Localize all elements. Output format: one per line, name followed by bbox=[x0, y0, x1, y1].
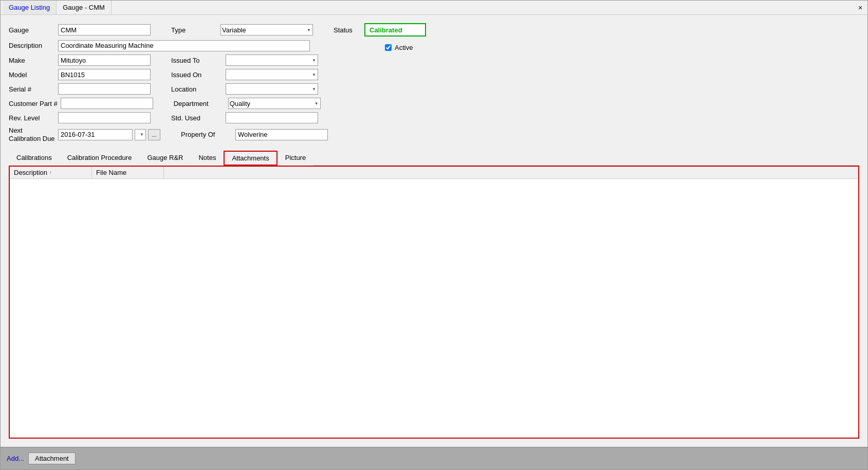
rev-level-input[interactable] bbox=[58, 112, 151, 123]
active-row: Active bbox=[385, 40, 413, 51]
close-button[interactable]: × bbox=[855, 3, 865, 13]
serial-input[interactable] bbox=[58, 83, 151, 95]
customer-part-input[interactable] bbox=[61, 98, 153, 109]
tab-gauge-rr[interactable]: Gauge R&R bbox=[139, 151, 191, 166]
type-label: Type bbox=[171, 26, 217, 34]
status-value: Calibrated bbox=[364, 23, 426, 37]
model-input[interactable] bbox=[58, 69, 151, 80]
description-input[interactable] bbox=[58, 40, 310, 51]
active-checkbox-label[interactable]: Active bbox=[385, 44, 413, 51]
tab-content-attachments: Description ↑ File Name bbox=[9, 166, 859, 439]
attachment-button[interactable]: Attachment bbox=[28, 453, 76, 464]
next-cal-input[interactable] bbox=[58, 129, 133, 140]
active-label: Active bbox=[395, 44, 413, 51]
date-select-wrapper bbox=[135, 129, 146, 140]
serial-field-row: Serial # bbox=[9, 83, 151, 95]
serial-label: Serial # bbox=[9, 85, 55, 93]
active-checkbox[interactable] bbox=[385, 44, 392, 51]
col-header-filename: File Name bbox=[92, 167, 164, 178]
table-header: Description ↑ File Name bbox=[10, 167, 858, 179]
col-header-description: Description ↑ bbox=[10, 167, 92, 178]
gauge-field-row: Gauge bbox=[9, 24, 151, 35]
rev-level-label: Rev. Level bbox=[9, 114, 55, 122]
issued-to-select[interactable] bbox=[226, 55, 318, 66]
status-field-row: Status Calibrated bbox=[334, 23, 426, 37]
tab-attachments[interactable]: Attachments bbox=[224, 151, 277, 166]
model-field-row: Model bbox=[9, 69, 151, 80]
issued-on-select[interactable] bbox=[226, 69, 318, 80]
customer-part-field-row: Customer Part # bbox=[9, 98, 153, 109]
department-select[interactable]: Quality Engineering Production bbox=[228, 98, 321, 109]
customer-part-label: Customer Part # bbox=[9, 100, 58, 107]
department-select-wrapper: Quality Engineering Production bbox=[228, 98, 321, 109]
make-label: Make bbox=[9, 57, 55, 64]
title-bar: Gauge Listing Gauge - CMM × bbox=[1, 1, 867, 15]
issued-to-label: Issued To bbox=[171, 57, 223, 64]
date-row: ... bbox=[58, 129, 160, 140]
rev-level-field-row: Rev. Level bbox=[9, 112, 151, 123]
sort-icon-description: ↑ bbox=[49, 170, 52, 175]
browse-button[interactable]: ... bbox=[148, 129, 160, 140]
issued-to-select-wrapper bbox=[226, 55, 318, 66]
description-label: Description bbox=[9, 42, 55, 49]
tab-calibration-procedure[interactable]: Calibration Procedure bbox=[60, 151, 140, 166]
tab-bar: Calibrations Calibration Procedure Gauge… bbox=[9, 151, 859, 166]
property-of-label: Property Of bbox=[181, 131, 232, 138]
description-field-row: Description Active bbox=[9, 40, 859, 51]
model-label: Model bbox=[9, 71, 55, 79]
std-used-input[interactable] bbox=[226, 112, 318, 123]
std-used-field-row: Std. Used bbox=[171, 112, 318, 123]
date-dropdown[interactable] bbox=[135, 129, 146, 140]
issued-on-field-row: Issued On bbox=[171, 69, 318, 80]
std-used-label: Std. Used bbox=[171, 114, 223, 122]
issued-to-field-row: Issued To bbox=[171, 55, 318, 66]
gauge-input[interactable] bbox=[58, 24, 151, 35]
add-link[interactable]: Add... bbox=[7, 455, 24, 462]
property-of-field-row: Property Of bbox=[181, 129, 328, 140]
gauge-label: Gauge bbox=[9, 26, 55, 34]
location-select[interactable] bbox=[226, 83, 318, 95]
issued-on-select-wrapper bbox=[226, 69, 318, 80]
tab-notes[interactable]: Notes bbox=[191, 151, 224, 166]
department-field-row: Department Quality Engineering Productio… bbox=[174, 98, 321, 109]
property-of-input[interactable] bbox=[235, 129, 328, 140]
location-field-row: Location bbox=[171, 83, 318, 95]
next-cal-field-row: NextCalibration Due ... bbox=[9, 126, 160, 142]
location-select-wrapper bbox=[226, 83, 318, 95]
tab-picture[interactable]: Picture bbox=[278, 151, 313, 166]
tab-calibrations[interactable]: Calibrations bbox=[9, 151, 60, 166]
next-cal-label: NextCalibration Due bbox=[9, 126, 55, 142]
gauge-listing-tab[interactable]: Gauge Listing bbox=[3, 1, 57, 14]
type-select[interactable]: Variable Attribute bbox=[220, 24, 313, 35]
issued-on-label: Issued On bbox=[171, 71, 223, 79]
status-label: Status bbox=[334, 26, 359, 34]
tabs-section: Calibrations Calibration Procedure Gauge… bbox=[9, 151, 859, 439]
make-input[interactable] bbox=[58, 55, 151, 66]
department-label: Department bbox=[174, 100, 225, 107]
type-select-wrapper: Variable Attribute bbox=[220, 24, 313, 35]
location-label: Location bbox=[171, 85, 223, 93]
table-body bbox=[10, 179, 858, 438]
content-area: Gauge Type Variable Attribute Status Cal… bbox=[1, 15, 867, 447]
gauge-cmm-tab[interactable]: Gauge - CMM bbox=[57, 1, 112, 14]
make-field-row: Make bbox=[9, 55, 151, 66]
bottom-bar: Add... Attachment bbox=[1, 447, 867, 469]
type-field-row: Type Variable Attribute bbox=[171, 24, 313, 35]
